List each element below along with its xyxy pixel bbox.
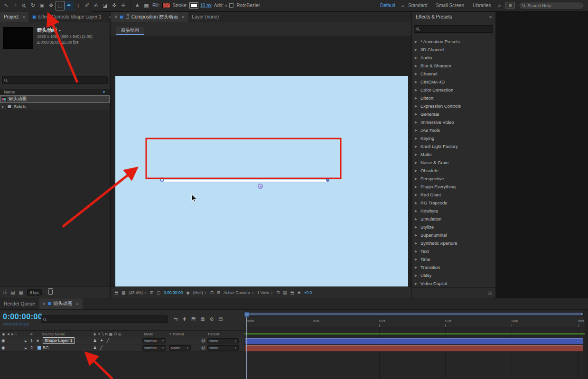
effects-category[interactable]: ▶Audio <box>412 54 495 62</box>
workspace-standard[interactable]: Standard <box>408 3 428 8</box>
new-composition-icon[interactable]: ▦ <box>19 290 23 295</box>
twirl-icon[interactable]: ▶ <box>415 274 418 277</box>
effects-category[interactable]: ▶Simulation <box>412 215 495 223</box>
lock-icon[interactable] <box>126 16 129 18</box>
shape-tool-icon[interactable]: ▢ <box>56 1 65 10</box>
pen-tool-icon[interactable]: ✒ <box>65 1 74 10</box>
pixel-aspect-icon[interactable]: ⊟ <box>276 290 280 295</box>
timeline-search-input[interactable]: ⚲ <box>41 315 168 323</box>
twirl-icon[interactable]: ▶ <box>415 161 418 165</box>
twirl-icon[interactable]: ▶ <box>415 145 418 148</box>
timeline-button-icon[interactable]: ▤ <box>283 290 287 295</box>
mode-column-label[interactable]: Mode <box>144 332 153 336</box>
effects-category[interactable]: ▶Channel <box>412 70 495 78</box>
shape-path-line[interactable] <box>164 180 328 182</box>
path-vertex-left[interactable] <box>160 177 164 182</box>
twirl-icon[interactable]: ▶ <box>25 344 29 351</box>
camera-snapshot-icon[interactable]: ◉ <box>186 290 189 295</box>
add-shape-icon[interactable]: ◐ <box>225 3 228 8</box>
type-tool-icon[interactable]: T <box>74 1 83 10</box>
effects-category[interactable]: ▶Keying <box>412 134 495 142</box>
twirl-icon[interactable]: ▶ <box>415 217 418 221</box>
composition-name[interactable]: 箭头动画 <box>37 27 57 33</box>
rotobezier-checkbox[interactable] <box>229 3 233 8</box>
roto-brush-tool-icon[interactable]: ✜ <box>110 1 119 10</box>
search-help-box[interactable]: ⚲ Search Help <box>519 2 584 9</box>
transparency-grid-icon[interactable]: ▦ <box>142 1 151 10</box>
layer-row[interactable]: ◉▶2BG♟ ╱Normal∨None∨@None∨ <box>0 344 244 351</box>
time-navigator-bar[interactable] <box>246 313 583 315</box>
effects-presets-header[interactable]: Effects & Presets ≡ <box>412 12 495 22</box>
stroke-width-value[interactable]: 10 px <box>200 3 211 8</box>
layer-visibility-icon[interactable]: ◉ <box>1 337 7 344</box>
effects-category[interactable]: ▶* Animation Presets <box>412 37 495 46</box>
twirl-icon[interactable]: ▶ <box>415 258 418 261</box>
preview-time[interactable]: 0:00:00:00 <box>164 290 183 295</box>
exposure-value[interactable]: +0.0 <box>304 290 312 295</box>
graph-editor-icon[interactable]: ▤ <box>218 316 223 322</box>
layer-duration-bar[interactable] <box>245 338 583 344</box>
panel-menu-icon[interactable]: ≡ <box>76 301 78 306</box>
effects-category[interactable]: ▶Stylize <box>412 223 495 231</box>
twirl-icon[interactable]: ▶ <box>415 169 418 173</box>
effects-category[interactable]: ▶Distort <box>412 94 495 102</box>
effects-category[interactable]: ▶JAe Tools <box>412 126 495 134</box>
time-navigator-track[interactable] <box>245 312 584 316</box>
effects-category[interactable]: ▶Red Giant <box>412 191 495 199</box>
magnification-select[interactable]: (43.4%)∨ <box>129 290 147 295</box>
panel-menu-icon[interactable]: ≡ <box>182 15 184 19</box>
frame-blending-icon[interactable]: ▦ <box>200 316 205 322</box>
twirl-icon[interactable]: ▶ <box>415 233 418 237</box>
effects-category[interactable]: ▶Expression Controls <box>412 102 495 110</box>
close-icon[interactable]: ✕ <box>43 302 46 306</box>
effects-category[interactable]: ▶RG Trapcode <box>412 199 495 207</box>
effects-category[interactable]: ▶3D Channel <box>412 46 495 54</box>
tab-project[interactable]: Project ≡ <box>0 12 28 22</box>
effects-category[interactable]: ▶Rowbyte <box>412 207 495 215</box>
twirl-icon[interactable]: ▶ <box>415 225 418 229</box>
playhead-line[interactable] <box>246 312 247 379</box>
sort-arrow-icon[interactable]: ▼ <box>102 90 106 94</box>
workspace-libraries[interactable]: Libraries <box>473 3 491 8</box>
project-name-column-header[interactable]: Name ▼ <box>0 89 110 95</box>
resolution-select[interactable]: (Half)∨ <box>193 290 207 295</box>
twirl-icon[interactable]: ▶ <box>415 241 418 245</box>
twirl-icon[interactable]: ▶ <box>415 120 418 124</box>
layer-name[interactable]: BG <box>43 344 49 351</box>
project-item-comp[interactable]: 箭头动画 <box>0 95 110 103</box>
pan-behind-tool-icon[interactable]: ✥ <box>47 1 56 10</box>
effects-category[interactable]: ▶Synthetic Aperture <box>412 239 495 247</box>
twirl-icon[interactable]: ▶ <box>415 282 418 286</box>
twirl-icon[interactable]: ▶ <box>415 209 418 213</box>
clone-stamp-tool-icon[interactable]: ✍ <box>92 1 101 10</box>
twirl-icon[interactable]: ▶ <box>415 40 418 44</box>
twirl-icon[interactable]: ▶ <box>415 201 418 205</box>
effects-category[interactable]: ▶Time <box>412 255 495 263</box>
time-ruler[interactable]: :00s01s02s03s04s05s <box>244 317 588 327</box>
effects-category[interactable]: ▶Superluminal <box>412 231 495 239</box>
effects-category[interactable]: ▶Noise & Grain <box>412 158 495 166</box>
twirl-icon[interactable]: ▶ <box>415 64 418 68</box>
tab-layer[interactable]: Layer (none) <box>188 12 223 22</box>
snapshot-icon[interactable]: ⬒ <box>114 290 118 295</box>
trkmat-column-label[interactable]: T TrkMat <box>169 332 184 336</box>
region-of-interest-icon[interactable]: ⊡ <box>210 290 214 295</box>
twirl-icon[interactable]: ▶ <box>415 80 418 84</box>
workspace-default[interactable]: Default <box>380 3 395 8</box>
close-icon[interactable]: ✕ <box>114 15 118 19</box>
twirl-icon[interactable]: ▶ <box>415 129 418 132</box>
draft-3d-icon[interactable]: ✚ <box>182 316 186 322</box>
effects-category[interactable]: ▶Plugin Everything <box>412 183 495 191</box>
twirl-icon[interactable]: ▶ <box>415 185 418 189</box>
star-icon[interactable]: ★ <box>133 1 142 10</box>
workspace-overflow-icon[interactable]: » <box>498 3 501 8</box>
effects-category[interactable]: ▶Matte <box>412 150 495 158</box>
effects-search-input[interactable]: ⚲ <box>414 25 493 33</box>
parent-pickwhip-icon[interactable]: @ <box>201 337 206 344</box>
parent-column-label[interactable]: Parent <box>208 332 219 336</box>
selection-tool-icon[interactable]: ↖ <box>1 1 10 10</box>
camera-select[interactable]: Active Camera∨ <box>224 290 254 295</box>
brush-tool-icon[interactable]: ✐ <box>83 1 92 10</box>
tab-effect-controls[interactable]: Effect Controls Shape Layer 1 <box>28 12 105 22</box>
puppet-pin-tool-icon[interactable]: ✛ <box>119 1 128 10</box>
